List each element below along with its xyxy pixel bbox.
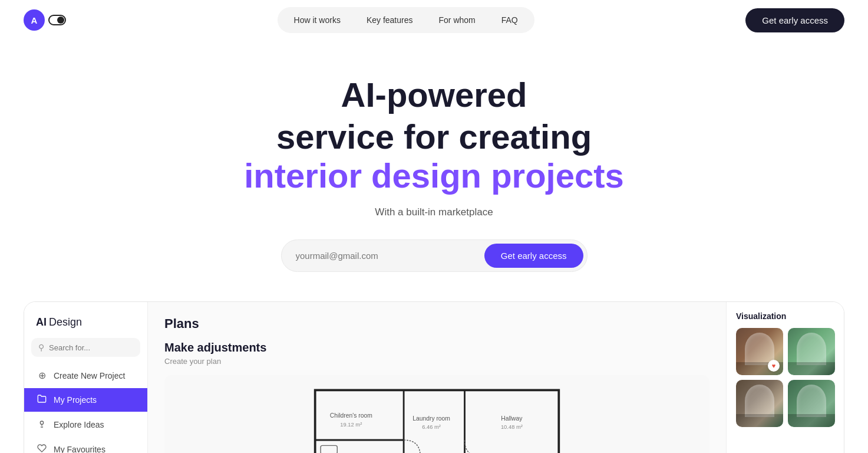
brand-design: Design [49, 316, 82, 329]
nav-link-faq[interactable]: FAQ [490, 11, 530, 29]
nav-links: How it works Key features For whom FAQ [278, 7, 534, 33]
plans-section-label: Plans [164, 316, 709, 331]
bath-vanity-decoration [788, 362, 835, 375]
svg-text:Children's room: Children's room [330, 412, 372, 419]
sidebar-item-my-favourites[interactable]: My Favourites [24, 438, 147, 453]
svg-point-0 [40, 421, 43, 424]
svg-text:19.12 m²: 19.12 m² [340, 421, 362, 428]
floor-plan-container: Children's room 19.12 m² Laundry room 6.… [164, 375, 709, 453]
sidebar-brand: AIDesign [24, 314, 147, 338]
brand-ai: AI [36, 316, 47, 329]
navbar: A How it works Key features For whom FAQ… [0, 0, 868, 40]
svg-rect-15 [321, 445, 337, 453]
nav-link-for-whom[interactable]: For whom [427, 11, 487, 29]
svg-text:Laundry room: Laundry room [412, 415, 450, 422]
email-input[interactable] [296, 246, 484, 265]
email-form: Get early access [281, 239, 588, 272]
bath-mirror-decoration [797, 385, 826, 417]
bath-vanity-decoration [788, 414, 835, 427]
sidebar-item-my-projects[interactable]: My Projects [24, 388, 147, 412]
viz-thumb-2[interactable] [788, 328, 835, 375]
main-content: Plans Make adjustments Create your plan … [148, 302, 726, 453]
viz-panel: Visualization ♥ [726, 302, 844, 453]
viz-thumb-4[interactable] [788, 380, 835, 427]
sidebar-item-label: Explore Ideas [54, 420, 104, 429]
bath-mirror-decoration [745, 385, 774, 417]
plus-circle-icon: ⊕ [36, 370, 48, 381]
viz-title: Visualization [736, 311, 834, 321]
svg-text:6.46 m²: 6.46 m² [422, 424, 441, 430]
nav-link-how-it-works[interactable]: How it works [282, 11, 352, 29]
bath-vanity-decoration [736, 414, 783, 427]
logo: A [24, 9, 66, 31]
svg-text:10.48 m²: 10.48 m² [501, 424, 523, 430]
logo-toggle [48, 15, 66, 25]
viz-grid: ♥ [736, 328, 834, 427]
heart-icon [36, 444, 48, 453]
sidebar: AIDesign ⚲ ⊕ Create New Project My Proje… [24, 302, 148, 453]
viz-thumb-1[interactable]: ♥ [736, 328, 783, 375]
hero-section: AI-powered service for creating interior… [0, 40, 868, 301]
sidebar-nav: ⊕ Create New Project My Projects [24, 364, 147, 453]
sidebar-item-label: My Projects [54, 395, 97, 405]
hero-title-line2: service for creating [24, 117, 844, 157]
folder-icon [36, 394, 48, 406]
search-icon: ⚲ [38, 343, 44, 352]
svg-text:Hallway: Hallway [501, 415, 523, 422]
plans-title: Make adjustments [164, 341, 709, 354]
sidebar-item-create-new-project[interactable]: ⊕ Create New Project [24, 364, 147, 387]
lightbulb-icon [36, 419, 48, 431]
app-mockup: AIDesign ⚲ ⊕ Create New Project My Proje… [24, 301, 844, 453]
bath-mirror-decoration [797, 333, 826, 365]
viz-thumb-3[interactable] [736, 380, 783, 427]
heart-badge: ♥ [768, 360, 780, 372]
email-submit-button[interactable]: Get early access [484, 244, 583, 268]
logo-icon: A [24, 9, 45, 31]
nav-link-key-features[interactable]: Key features [355, 11, 425, 29]
sidebar-item-explore-ideas[interactable]: Explore Ideas [24, 413, 147, 436]
hero-title-line1: AI-powered [24, 76, 844, 115]
hero-title-accent: interior design projects [24, 156, 844, 196]
sidebar-item-label: My Favourites [54, 445, 105, 453]
plans-description: Create your plan [164, 357, 709, 366]
floor-plan-svg: Children's room 19.12 m² Laundry room 6.… [174, 385, 700, 453]
sidebar-item-label: Create New Project [54, 371, 125, 380]
nav-cta-button[interactable]: Get early access [745, 8, 844, 32]
search-input[interactable] [49, 343, 133, 352]
sidebar-search[interactable]: ⚲ [31, 338, 140, 357]
hero-subtitle: With a built-in marketplace [24, 206, 844, 218]
